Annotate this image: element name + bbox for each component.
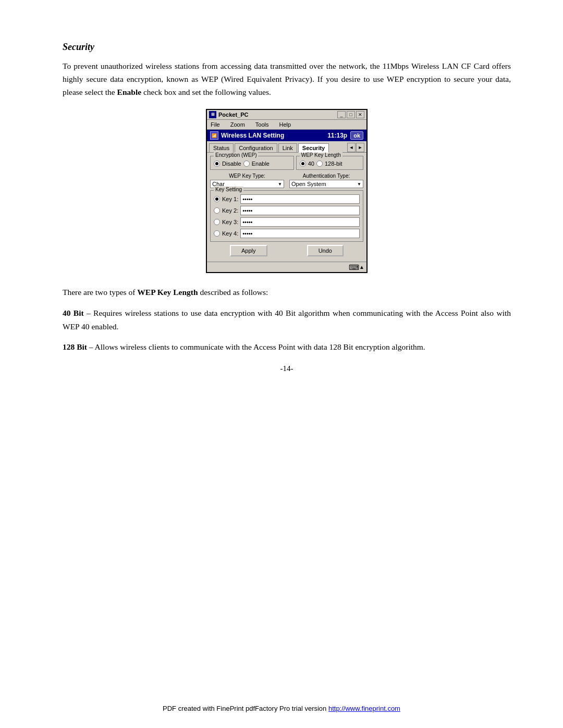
tab-status[interactable]: Status <box>209 143 234 152</box>
wireless-icon: 📶 <box>210 131 218 140</box>
close-button[interactable]: ✕ <box>356 111 364 118</box>
key3-input[interactable] <box>240 217 360 227</box>
wep-key-length-group: WEP Key Length 40 128-bit <box>296 156 363 170</box>
wep-40-radio[interactable] <box>300 161 306 167</box>
key2-label: Key 2: <box>222 207 238 214</box>
menu-tools[interactable]: Tools <box>254 121 271 128</box>
menu-help[interactable]: Help <box>278 121 293 128</box>
ce-titlebar-left: 📶 Wireless LAN Setting <box>210 131 284 140</box>
maximize-button[interactable]: □ <box>347 111 355 118</box>
tabs-row: Status Configuration Link Security ◄ ► <box>207 141 366 153</box>
para4: 128 Bit – Allows wireless clients to com… <box>63 340 511 354</box>
disable-label: Disable <box>222 161 241 167</box>
encryption-row: Disable Enable <box>214 161 290 167</box>
window-screenshot: ⊞ Pocket_PC _ □ ✕ File Zoom Tools Help <box>63 109 511 273</box>
apply-button[interactable]: Apply <box>230 245 267 256</box>
wep-128-radio[interactable] <box>316 161 323 167</box>
key-type-row: WEP Key Type: Char ▼ Authentication Type… <box>210 173 363 188</box>
key1-label: Key 1: <box>222 196 238 202</box>
tab-link[interactable]: Link <box>278 143 297 152</box>
button-row: Apply Undo <box>210 245 363 256</box>
intro-paragraph: To prevent unauthorized wireless station… <box>63 60 511 98</box>
taskbar-arrow: ▲ <box>359 264 364 270</box>
minimize-button[interactable]: _ <box>337 111 346 118</box>
pocket-pc-window: ⊞ Pocket_PC _ □ ✕ File Zoom Tools Help <box>206 109 368 273</box>
menubar: File Zoom Tools Help <box>207 120 366 130</box>
key-setting-group: Key Setting Key 1: Key 2: Key 3: <box>210 190 363 242</box>
footer-text: PDF created with FinePrint pdfFactory Pr… <box>163 705 328 712</box>
page-container: Security To prevent unauthorized wireles… <box>0 0 563 420</box>
ce-titlebar-right: 11:13p ok <box>327 131 363 140</box>
footer: PDF created with FinePrint pdfFactory Pr… <box>0 705 563 712</box>
top-group-row: Encryption (WEP) Disable Enable WEP Key … <box>210 156 363 170</box>
wep-key-type-arrow: ▼ <box>278 182 282 187</box>
section-title: Security <box>63 42 511 53</box>
pocket-pc-icon: ⊞ <box>209 111 216 118</box>
wep-length-row: 40 128-bit <box>300 161 360 167</box>
enable-radio[interactable] <box>243 161 250 167</box>
ce-window-title: Wireless LAN Setting <box>221 132 284 139</box>
auth-type-arrow: ▼ <box>357 182 361 187</box>
outer-titlebar: ⊞ Pocket_PC _ □ ✕ <box>207 110 366 120</box>
auth-type-value: Open System <box>291 181 326 187</box>
wep-key-type-label: WEP Key Type: <box>210 173 284 179</box>
key4-input[interactable] <box>240 229 360 238</box>
menu-zoom[interactable]: Zoom <box>229 121 247 128</box>
page-number: -14- <box>63 364 511 373</box>
tab-security[interactable]: Security <box>298 143 329 153</box>
outer-titlebar-controls[interactable]: _ □ ✕ <box>337 111 364 118</box>
undo-button[interactable]: Undo <box>307 245 344 256</box>
key-setting-title: Key Setting <box>214 187 243 192</box>
tab-prev-button[interactable]: ◄ <box>347 143 356 152</box>
tab-nav[interactable]: ◄ ► <box>347 143 364 152</box>
key-row-4: Key 4: <box>214 229 360 238</box>
outer-titlebar-left: ⊞ Pocket_PC <box>209 111 248 118</box>
key-row-1: Key 1: <box>214 194 360 204</box>
encryption-group: Encryption (WEP) Disable Enable <box>210 156 294 170</box>
key-row-2: Key 2: <box>214 206 360 215</box>
key2-input[interactable] <box>240 206 360 215</box>
wep-40-label: 40 <box>308 161 314 167</box>
wep-128-label: 128-bit <box>325 161 342 167</box>
ce-titlebar: 📶 Wireless LAN Setting 11:13p ok <box>207 130 366 141</box>
key-type-col: WEP Key Type: Char ▼ <box>210 173 284 188</box>
outer-window-title: Pocket_PC <box>218 112 248 118</box>
key4-radio[interactable] <box>214 230 220 237</box>
para3: 40 Bit – Requires wireless stations to u… <box>63 306 511 333</box>
encryption-group-title: Encryption (WEP) <box>214 152 258 158</box>
auth-type-label: Authentication Type: <box>289 173 363 179</box>
auth-type-col: Authentication Type: Open System ▼ <box>289 173 363 188</box>
key1-radio[interactable] <box>214 196 220 202</box>
tab-configuration[interactable]: Configuration <box>235 143 277 152</box>
key4-label: Key 4: <box>222 230 238 237</box>
wep-key-length-title: WEP Key Length <box>300 152 342 158</box>
keyboard-icon[interactable]: ⌨ <box>349 263 359 272</box>
key-row-3: Key 3: <box>214 217 360 227</box>
key1-input[interactable] <box>240 194 360 204</box>
key2-radio[interactable] <box>214 207 220 214</box>
tab-next-button[interactable]: ► <box>356 143 364 152</box>
menu-file[interactable]: File <box>209 121 222 128</box>
ok-button[interactable]: ok <box>350 131 363 140</box>
auth-type-dropdown[interactable]: Open System ▼ <box>289 180 363 188</box>
disable-radio[interactable] <box>214 161 220 167</box>
taskbar: ⌨ ▲ <box>207 262 366 272</box>
key3-radio[interactable] <box>214 219 220 225</box>
content-area: Encryption (WEP) Disable Enable WEP Key … <box>207 153 366 262</box>
enable-label: Enable <box>252 161 270 167</box>
para2: There are two types of WEP Key Length de… <box>63 286 511 299</box>
key3-label: Key 3: <box>222 219 238 225</box>
ce-time: 11:13p <box>327 132 347 139</box>
footer-link[interactable]: http://www.fineprint.com <box>328 705 400 712</box>
